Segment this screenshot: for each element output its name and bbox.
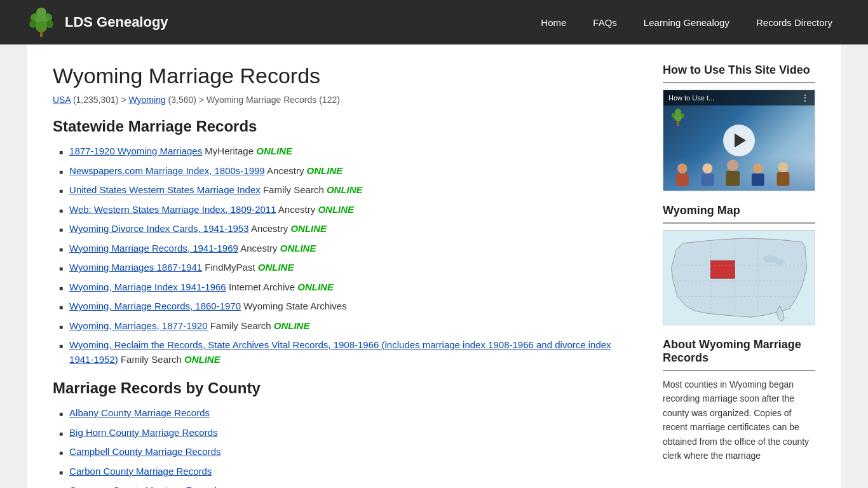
- video-play-button[interactable]: [723, 125, 755, 156]
- record-link[interactable]: United States Western States Marriage In…: [69, 184, 261, 195]
- online-badge: ONLINE: [274, 320, 310, 331]
- svg-point-21: [778, 162, 788, 172]
- record-link[interactable]: Web: Western States Marriage Index, 1809…: [69, 204, 276, 215]
- map-section-title: Wyoming Map: [663, 204, 815, 217]
- county-record-link[interactable]: Converse County Marriage Records: [69, 484, 221, 488]
- list-item: Wyoming Divorce Index Cards, 1941-1953 A…: [59, 222, 637, 236]
- sidebar: How to Use This Site Video How to Use t.…: [663, 64, 815, 488]
- list-item: Big Horn County Marriage Records: [59, 426, 637, 440]
- record-link[interactable]: Wyoming Divorce Index Cards, 1941-1953: [69, 223, 249, 234]
- svg-rect-7: [40, 29, 43, 37]
- breadcrumb-wyoming-count: (3,560): [168, 95, 196, 105]
- map-divider: [663, 222, 815, 224]
- county-records-list: Albany County Marriage Records Big Horn …: [59, 406, 637, 488]
- online-badge: ONLINE: [256, 146, 292, 156]
- list-item: Wyoming, Marriages, 1877-1920 Family Sea…: [59, 319, 637, 334]
- list-item: Albany County Marriage Records: [59, 406, 637, 421]
- list-item: Carbon County Marriage Records: [59, 464, 637, 479]
- svg-point-25: [775, 259, 785, 265]
- map-section: Wyoming Map: [663, 204, 815, 325]
- main-content: Wyoming Marriage Records USA (1,235,301)…: [53, 64, 637, 488]
- nav-records-directory[interactable]: Records Directory: [746, 12, 843, 33]
- usa-map-svg: [663, 231, 815, 325]
- list-item: Wyoming, Marriage Index 1941-1966 Intern…: [59, 280, 637, 295]
- breadcrumb-usa[interactable]: USA: [53, 95, 71, 105]
- online-badge: ONLINE: [297, 281, 334, 292]
- statewide-records-list: 1877-1920 Wyoming Marriages MyHeritage O…: [59, 144, 637, 367]
- main-nav: Home FAQs Learning Genealogy Records Dir…: [531, 12, 843, 33]
- list-item: Newspapers.com Marriage Index, 1800s-199…: [59, 164, 637, 179]
- video-people-area: [663, 156, 815, 191]
- tree-logo-icon: [25, 6, 57, 38]
- county-record-link[interactable]: Campbell County Marriage Records: [69, 445, 220, 459]
- list-item: Converse County Marriage Records: [59, 484, 637, 488]
- list-item: Wyoming, Marriage Records, 1860-1970 Wyo…: [59, 299, 637, 314]
- record-link[interactable]: 1877-1920 Wyoming Marriages: [69, 146, 202, 156]
- svg-rect-16: [702, 173, 714, 186]
- online-badge: ONLINE: [307, 165, 343, 176]
- record-link[interactable]: Newspapers.com Marriage Index, 1800s-199…: [69, 165, 265, 176]
- svg-point-19: [753, 163, 763, 173]
- list-item: 1877-1920 Wyoming Marriages MyHeritage O…: [59, 144, 637, 159]
- county-record-link[interactable]: Carbon County Marriage Records: [69, 464, 212, 479]
- nav-faqs[interactable]: FAQs: [583, 12, 627, 33]
- logo[interactable]: LDS Genealogy: [25, 6, 168, 38]
- svg-point-11: [674, 114, 682, 121]
- video-top-bar: How to Use t... ⋮: [663, 90, 815, 105]
- list-item: Campbell County Marriage Records: [59, 445, 637, 459]
- breadcrumb-sep2: > Wyoming Marriage Records (122): [199, 95, 340, 105]
- list-item: Wyoming Marriages 1867-1941 FindMyPast O…: [59, 261, 637, 275]
- online-badge: ONLINE: [184, 354, 220, 365]
- online-badge: ONLINE: [280, 243, 316, 254]
- record-link[interactable]: Wyoming Marriages 1867-1941: [69, 262, 202, 273]
- video-menu-icon: ⋮: [801, 93, 810, 103]
- record-link[interactable]: Wyoming, Marriage Index 1941-1966: [69, 281, 226, 292]
- svg-rect-14: [676, 173, 689, 186]
- people-silhouettes: [663, 156, 815, 191]
- list-item: Web: Western States Marriage Index, 1809…: [59, 203, 637, 217]
- record-link[interactable]: Wyoming, Marriages, 1877-1920: [69, 320, 207, 331]
- statewide-section-title: Statewide Marriage Records: [53, 118, 637, 135]
- svg-point-17: [727, 159, 738, 171]
- site-header: LDS Genealogy Home FAQs Learning Genealo…: [0, 0, 868, 44]
- about-section: About Wyoming Marriage Records Most coun…: [663, 338, 815, 463]
- nav-home[interactable]: Home: [531, 12, 576, 33]
- video-section-title: How to Use This Site Video: [663, 64, 815, 77]
- logo-text: LDS Genealogy: [65, 14, 168, 30]
- wyoming-map[interactable]: [663, 230, 815, 325]
- list-item: Wyoming Marriage Records, 1941-1969 Ance…: [59, 241, 637, 256]
- video-inner: How to Use t... ⋮: [663, 90, 815, 191]
- nav-learning-genealogy[interactable]: Learning Genealogy: [634, 12, 740, 33]
- svg-point-15: [702, 163, 712, 173]
- breadcrumb-wyoming[interactable]: Wyoming: [128, 95, 165, 105]
- online-badge: ONLINE: [327, 184, 363, 195]
- online-badge: ONLINE: [290, 223, 327, 234]
- record-link[interactable]: Wyoming, Marriage Records, 1860-1970: [69, 301, 241, 311]
- record-link[interactable]: Wyoming Marriage Records, 1941-1969: [69, 243, 238, 254]
- svg-rect-22: [777, 172, 790, 186]
- svg-point-13: [677, 163, 688, 173]
- svg-rect-26: [711, 261, 735, 278]
- breadcrumb-usa-count: (1,235,301): [73, 95, 119, 105]
- about-divider: [663, 370, 815, 371]
- about-section-title: About Wyoming Marriage Records: [663, 338, 815, 365]
- county-record-link[interactable]: Big Horn County Marriage Records: [69, 426, 217, 440]
- svg-rect-18: [726, 171, 740, 186]
- breadcrumb: USA (1,235,301) > Wyoming (3,560) > Wyom…: [53, 95, 637, 105]
- page-wrapper: Wyoming Marriage Records USA (1,235,301)…: [27, 44, 841, 488]
- online-badge: ONLINE: [258, 262, 294, 273]
- record-link[interactable]: Wyoming, Reclaim the Records, State Arch…: [69, 339, 611, 365]
- svg-rect-12: [677, 121, 679, 126]
- page-title: Wyoming Marriage Records: [53, 64, 637, 88]
- video-tree-icon: [668, 108, 688, 127]
- svg-rect-20: [752, 173, 764, 186]
- video-title-text: How to Use t...: [668, 94, 714, 102]
- county-section-title: Marriage Records by County: [53, 379, 637, 397]
- list-item: United States Western States Marriage In…: [59, 183, 637, 198]
- online-badge: ONLINE: [318, 204, 354, 215]
- about-text: Most counties in Wyoming began recording…: [663, 377, 815, 463]
- county-record-link[interactable]: Albany County Marriage Records: [69, 406, 210, 421]
- video-divider: [663, 82, 815, 83]
- video-section: How to Use This Site Video How to Use t.…: [663, 64, 815, 191]
- video-thumbnail[interactable]: How to Use t... ⋮: [663, 90, 815, 191]
